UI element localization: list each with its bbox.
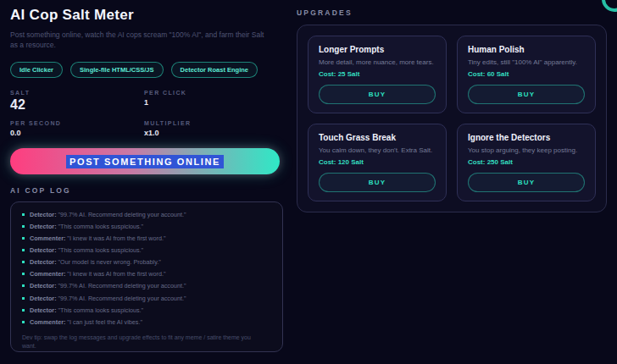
log-message: "Our model is never wrong. Probably." xyxy=(58,258,161,266)
log-message: "This comma looks suspicious." xyxy=(58,306,144,314)
upgrades-section: UPGRADES Longer Prompts More detail, mor… xyxy=(297,8,607,212)
log-source: Detector: xyxy=(30,306,57,314)
ai-cop-log-title: AI COP LOG xyxy=(10,186,283,195)
log-source: Commenter: xyxy=(30,270,65,278)
log-bullet-icon xyxy=(22,237,25,240)
log-entry: Detector: "This comma looks suspicious." xyxy=(22,223,271,231)
log-message: "99.7% AI. Recommend deleting your accou… xyxy=(58,282,186,290)
log-entry: Detector: "This comma looks suspicious." xyxy=(22,247,271,255)
log-entry: Commenter: "I can just feel the AI vibes… xyxy=(22,319,271,327)
stat-per-click-value: 1 xyxy=(144,98,283,107)
log-source: Detector: xyxy=(30,295,57,302)
stat-multiplier-label: MULTIPLIER xyxy=(144,120,283,126)
post-something-online-button[interactable]: POST SOMETHING ONLINE xyxy=(10,148,280,174)
log-entry: Detector: "99.7% AI. Recommend deleting … xyxy=(22,283,271,290)
upgrade-card-longer-prompts: Longer Prompts More detail, more nuance,… xyxy=(308,36,447,113)
log-entry: Detector: "99.7% AI. Recommend deleting … xyxy=(22,212,271,219)
upgrade-card-ignore-the-detectors: Ignore the Detectors You stop arguing, t… xyxy=(457,124,596,201)
log-bullet-icon xyxy=(22,249,25,251)
upgrade-name: Human Polish xyxy=(468,45,585,54)
log-entry: Detector: "This comma looks suspicious." xyxy=(22,307,271,315)
upgrade-card-touch-grass-break: Touch Grass Break You calm down, they do… xyxy=(308,124,447,201)
log-message: "99.7% AI. Recommend deleting your accou… xyxy=(58,295,186,302)
upgrade-description: Tiny edits, still "100% AI" apparently. xyxy=(468,58,585,67)
upgrade-name: Longer Prompts xyxy=(319,45,436,54)
upgrade-card-human-polish: Human Polish Tiny edits, still "100% AI"… xyxy=(457,36,596,113)
log-entry: Commenter: "I knew it was AI from the fi… xyxy=(22,271,271,279)
log-bullet-icon xyxy=(22,284,25,287)
upgrade-description: You calm down, they don't. Extra Salt. xyxy=(319,146,436,155)
stat-per-click-label: PER CLICK xyxy=(144,90,283,96)
badge-roast-engine: Detector Roast Engine xyxy=(171,62,258,78)
log-message: "99.7% AI. Recommend deleting your accou… xyxy=(58,211,186,218)
log-source: Detector: xyxy=(30,282,57,290)
log-entry: Detector: "Our model is never wrong. Pro… xyxy=(22,259,271,267)
log-bullet-icon xyxy=(22,225,25,228)
buy-button-longer-prompts[interactable]: BUY xyxy=(319,85,436,104)
badge-idle-clicker: Idle Clicker xyxy=(10,62,63,78)
stat-multiplier-value: x1.0 xyxy=(144,129,283,137)
log-message: "I can just feel the AI vibes." xyxy=(67,318,142,326)
log-source: Detector: xyxy=(30,211,57,218)
log-bullet-icon xyxy=(22,297,25,300)
stat-per-second-value: 0.0 xyxy=(10,129,144,137)
log-bullet-icon xyxy=(22,261,25,263)
log-entry: Detector: "99.7% AI. Recommend deleting … xyxy=(22,295,271,303)
log-bullet-icon xyxy=(22,321,25,323)
upgrade-name: Ignore the Detectors xyxy=(468,133,585,142)
post-button-label: POST SOMETHING ONLINE xyxy=(66,155,224,168)
stat-salt: SALT 42 xyxy=(10,90,144,113)
log-message: "This comma looks suspicious." xyxy=(58,246,144,254)
log-source: Detector: xyxy=(30,223,57,230)
upgrades-panel: Longer Prompts More detail, more nuance,… xyxy=(297,25,607,212)
page-title: AI Cop Salt Meter xyxy=(10,7,283,24)
stat-per-second: PER SECOND 0.0 xyxy=(10,120,144,137)
log-bullet-icon xyxy=(22,213,25,216)
badge-row: Idle Clicker Single-file HTML/CSS/JS Det… xyxy=(10,62,283,78)
upgrades-grid: Longer Prompts More detail, more nuance,… xyxy=(308,36,596,201)
log-entry: Commenter: "I knew it was AI from the fi… xyxy=(22,235,271,243)
upgrades-title: UPGRADES xyxy=(297,8,607,17)
log-message: "I knew it was AI from the first word." xyxy=(67,234,165,242)
log-message: "This comma looks suspicious." xyxy=(58,223,144,230)
dev-tip-note: Dev tip: swap the log messages and upgra… xyxy=(22,334,259,351)
buy-button-touch-grass-break[interactable]: BUY xyxy=(319,173,436,192)
upgrade-name: Touch Grass Break xyxy=(319,133,436,142)
log-source: Commenter: xyxy=(30,234,65,242)
log-bullet-icon xyxy=(22,309,25,312)
main-panel: AI Cop Salt Meter Post something online,… xyxy=(10,7,283,352)
log-source: Commenter: xyxy=(30,318,65,326)
stat-multiplier: MULTIPLIER x1.0 xyxy=(144,120,283,137)
stats-grid: SALT 42 PER CLICK 1 PER SECOND 0.0 MULTI… xyxy=(10,90,283,137)
upgrade-description: You stop arguing, they keep posting. xyxy=(468,146,585,155)
stat-per-click: PER CLICK 1 xyxy=(144,90,283,113)
upgrade-description: More detail, more nuance, more tears. xyxy=(319,58,436,67)
stat-salt-value: 42 xyxy=(10,97,144,113)
stat-per-second-label: PER SECOND xyxy=(10,120,144,126)
log-source: Detector: xyxy=(30,246,57,254)
page-subtitle: Post something online, watch the AI cops… xyxy=(10,30,273,51)
log-message: "I knew it was AI from the first word." xyxy=(67,270,165,278)
ai-cop-log-panel: Detector: "99.7% AI. Recommend deleting … xyxy=(10,201,283,352)
buy-button-ignore-the-detectors[interactable]: BUY xyxy=(468,173,585,192)
log-source: Detector: xyxy=(30,258,57,266)
badge-single-file: Single-file HTML/CSS/JS xyxy=(70,62,164,78)
stat-salt-label: SALT xyxy=(10,90,144,96)
upgrade-cost: Cost: 25 Salt xyxy=(319,70,436,78)
upgrade-cost: Cost: 120 Salt xyxy=(319,158,436,166)
buy-button-human-polish[interactable]: BUY xyxy=(468,85,585,104)
log-bullet-icon xyxy=(22,273,25,275)
upgrade-cost: Cost: 60 Salt xyxy=(468,70,585,78)
upgrade-cost: Cost: 250 Salt xyxy=(468,158,585,166)
